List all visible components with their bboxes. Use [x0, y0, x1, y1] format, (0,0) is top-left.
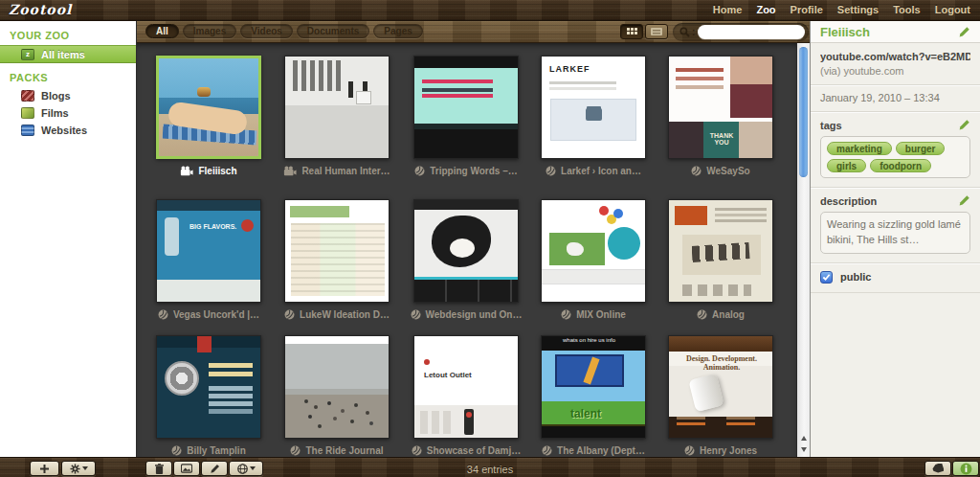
item-caption: Fleiiisch: [156, 166, 261, 176]
thumbnail[interactable]: [284, 335, 390, 439]
globe-icon: [414, 166, 425, 176]
sidebar-item-all-items[interactable]: z All items: [0, 45, 136, 63]
thumb-art: [293, 60, 345, 91]
tag-tool-button[interactable]: [924, 461, 951, 476]
info-button[interactable]: [952, 461, 979, 476]
thumbnail[interactable]: [156, 335, 261, 439]
thumbnail[interactable]: [668, 199, 773, 303]
edit-tags-pencil-icon[interactable]: [958, 119, 970, 131]
filter-images[interactable]: Images: [183, 24, 236, 38]
thumb-art: [676, 68, 724, 72]
trash-icon: [155, 464, 164, 474]
thumbnail[interactable]: LARKEF: [541, 56, 646, 159]
video-icon: [180, 166, 193, 176]
tag-pill[interactable]: foodporn: [870, 159, 931, 172]
settings-menu-button[interactable]: [61, 461, 96, 476]
thumbnail[interactable]: [541, 199, 646, 303]
thumbnail[interactable]: [413, 56, 519, 159]
zootool-logo[interactable]: Zootool: [9, 2, 72, 17]
info-icon: [960, 463, 972, 475]
globe-icon: [546, 166, 556, 176]
grid-item[interactable]: Analog: [668, 199, 773, 320]
tag-pill[interactable]: girls: [827, 159, 866, 172]
thumbnail[interactable]: THANK YOU: [668, 56, 773, 159]
video-icon: [283, 166, 297, 176]
grid-item[interactable]: Real Human Inter…: [284, 56, 390, 176]
thumb-art: [356, 91, 371, 104]
thumbnail[interactable]: [413, 199, 519, 303]
item-caption: Showcase of Damj…: [413, 445, 519, 456]
globe-icon: [412, 445, 422, 456]
nav-logout[interactable]: Logout: [935, 4, 970, 15]
thumb-art: [542, 269, 646, 284]
edit-title-pencil-icon[interactable]: [958, 26, 970, 38]
thumb-art: BIG FLAVORS.: [189, 223, 245, 232]
thumb-art: [669, 417, 773, 438]
gear-icon: [70, 464, 80, 474]
thumbnail[interactable]: whats on hire us info talent: [541, 335, 646, 439]
grid-item[interactable]: whats on hire us info talent The Albany …: [541, 335, 646, 456]
item-caption: WeSaySo: [668, 166, 773, 176]
thumb-art: talent: [570, 407, 601, 420]
tags-header: tags: [820, 120, 842, 131]
filter-videos[interactable]: Videos: [240, 24, 293, 38]
item-url[interactable]: youtube.com/watch?v=eB2MDYzx5O…: [820, 51, 970, 62]
grid-item[interactable]: The Ride Journal: [284, 335, 390, 456]
type-menu-button[interactable]: [229, 461, 263, 476]
grid-item[interactable]: Letout Outlet Showcase of Damj…: [413, 335, 519, 456]
grid-item[interactable]: THANK YOU WeSaySo: [668, 56, 773, 176]
top-bar: Zootool Home Zoo Profile Settings Tools …: [0, 0, 980, 21]
thumbnail[interactable]: Letout Outlet: [413, 335, 519, 439]
grid-item[interactable]: LukeW Ideation D…: [284, 199, 390, 320]
grid-scrollbar[interactable]: [796, 43, 810, 457]
filter-all[interactable]: All: [145, 24, 179, 38]
thumb-art: [669, 336, 773, 352]
thumbnail[interactable]: [284, 56, 390, 159]
thumb-art: [414, 129, 519, 158]
thumb-art: [414, 57, 519, 68]
caret-down-icon: [250, 466, 256, 470]
search-input[interactable]: [698, 25, 805, 39]
edit-button[interactable]: [201, 461, 228, 476]
grid-item[interactable]: Billy Tamplin: [156, 335, 261, 456]
nav-tools[interactable]: Tools: [893, 4, 921, 15]
tag-pill[interactable]: marketing: [827, 142, 892, 155]
move-to-pack-button[interactable]: [173, 461, 200, 476]
scroll-up-arrow[interactable]: [797, 432, 811, 443]
nav-home[interactable]: Home: [713, 4, 743, 15]
thumbnail[interactable]: [284, 199, 390, 303]
globe-icon: [691, 166, 702, 176]
grid-item[interactable]: Webdesign und On…: [413, 199, 519, 320]
filter-documents[interactable]: Documents: [297, 24, 369, 38]
sidebar-item-films[interactable]: Films: [0, 104, 136, 122]
nav-settings[interactable]: Settings: [837, 4, 879, 15]
thumb-art: [688, 374, 724, 412]
grid-item[interactable]: Tripping Words –…: [413, 56, 519, 176]
grid-item[interactable]: BIG FLAVORS. Vegas Uncork'd |…: [156, 199, 261, 320]
add-item-button[interactable]: [30, 461, 59, 476]
grid-item[interactable]: MIX Online: [541, 199, 646, 320]
sidebar-item-blogs[interactable]: Blogs: [0, 87, 136, 104]
delete-button[interactable]: [145, 461, 172, 476]
thumbnail[interactable]: BIG FLAVORS.: [156, 199, 261, 303]
thumb-art: [608, 227, 640, 260]
search-icon: [679, 27, 690, 37]
public-checkbox[interactable]: [820, 271, 833, 284]
globe-icon: [171, 445, 182, 456]
grid-item[interactable]: Fleiiisch: [156, 56, 261, 176]
grid-item[interactable]: LARKEF Larkef › Icon an…: [541, 56, 646, 176]
sidebar-item-websites[interactable]: Websites: [0, 122, 136, 139]
grid-item[interactable]: Design. Development. Animation. Henry Jo…: [668, 335, 773, 456]
thumbnail[interactable]: [156, 56, 261, 159]
tag-pill[interactable]: burger: [896, 142, 946, 155]
thumbnail[interactable]: Design. Development. Animation.: [668, 335, 773, 439]
filter-pages[interactable]: Pages: [373, 24, 422, 38]
nav-zoo[interactable]: Zoo: [756, 4, 775, 15]
list-view-button[interactable]: [645, 24, 668, 39]
filter-bar: All Images Videos Documents Pages :: [137, 21, 810, 43]
edit-description-pencil-icon[interactable]: [958, 194, 970, 207]
grid-view-button[interactable]: [620, 24, 643, 39]
nav-profile[interactable]: Profile: [791, 4, 823, 15]
scroll-down-arrow[interactable]: [797, 443, 811, 455]
scrollbar-thumb[interactable]: [799, 47, 808, 177]
